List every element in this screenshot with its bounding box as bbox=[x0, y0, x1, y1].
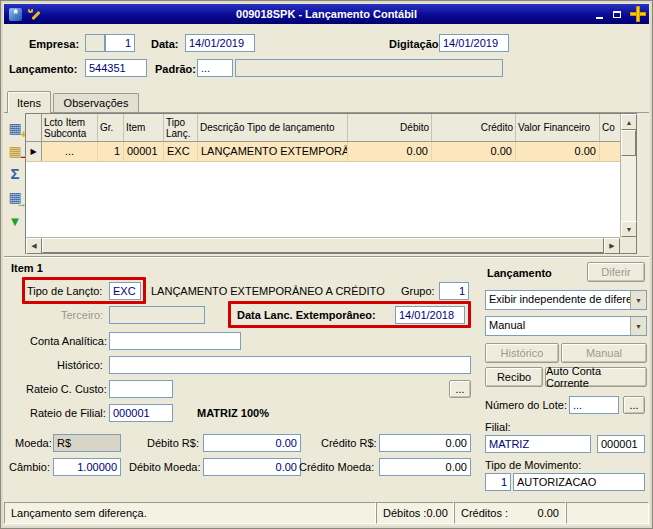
item-title: Item 1 bbox=[11, 262, 43, 274]
minimize-button[interactable] bbox=[591, 7, 607, 21]
exibir-combo[interactable]: Exibir independente de difere ▼ bbox=[485, 290, 647, 310]
toolbar-add-item-button[interactable]: ▦ + bbox=[6, 119, 24, 137]
column-header-credito: Crédito bbox=[432, 114, 516, 141]
scrollbar-corner bbox=[620, 237, 636, 253]
tipo-movimento-desc-field[interactable]: AUTORIZACAO bbox=[513, 473, 645, 491]
scroll-right-button[interactable]: ▶ bbox=[604, 238, 620, 254]
scroll-down-button[interactable]: ▼ bbox=[621, 221, 637, 237]
cell-subconta[interactable]: ... bbox=[42, 142, 98, 161]
toolbar-delete-item-button[interactable]: ▦ − bbox=[6, 142, 24, 160]
toolbar-sum-button[interactable]: Σ bbox=[6, 165, 24, 183]
rateio-filial-desc: MATRIZ 100% bbox=[197, 407, 269, 419]
chevron-down-icon: ▼ bbox=[630, 291, 646, 309]
title-bar[interactable]: 009018SPK - Lançamento Contábil bbox=[4, 4, 649, 24]
terceiro-field bbox=[109, 306, 205, 324]
down-arrow-icon: ▼ bbox=[626, 226, 633, 233]
modo-combo[interactable]: Manual ▼ bbox=[485, 316, 647, 336]
terceiro-label: Terceiro: bbox=[61, 309, 103, 321]
digitacao-label: Digitação: bbox=[389, 38, 442, 50]
green-down-arrow-icon: ▼ bbox=[9, 214, 22, 229]
app-logo-icon bbox=[9, 8, 22, 21]
debitos-value: 0.00 bbox=[426, 507, 447, 519]
tab-itens[interactable]: Itens bbox=[7, 91, 51, 113]
cell-debito: 0.00 bbox=[348, 142, 432, 161]
creditos-label: Créditos : bbox=[461, 507, 508, 519]
numero-lote-field[interactable]: ... bbox=[569, 396, 619, 414]
status-debitos: Débitos : 0.00 bbox=[376, 502, 454, 524]
recibo-button[interactable]: Recibo bbox=[485, 367, 543, 387]
tipo-movimento-label: Tipo de Movimento: bbox=[485, 459, 581, 471]
cambio-label: Câmbio: bbox=[9, 461, 50, 473]
minimize-icon bbox=[596, 17, 603, 19]
credito-rs-field[interactable]: 0.00 bbox=[379, 434, 471, 452]
maximize-icon bbox=[613, 11, 621, 18]
rateio-filial-label: Rateio de Filial: bbox=[30, 407, 106, 419]
status-filler bbox=[566, 502, 649, 524]
filial-label: Filial: bbox=[485, 421, 511, 433]
scroll-left-button[interactable]: ◀ bbox=[26, 238, 42, 254]
rateio-custo-ellipsis-button[interactable]: ... bbox=[449, 380, 471, 398]
vertical-scroll-thumb[interactable] bbox=[621, 130, 636, 156]
cell-valor-financeiro: 0.00 bbox=[516, 142, 600, 161]
table-row[interactable]: ▶ ... 1 00001 EXC LANÇAMENTO EXTEMPORÂNE… bbox=[26, 142, 620, 162]
app-window: 009018SPK - Lançamento Contábil Empresa:… bbox=[0, 0, 653, 529]
lancamento-panel-title: Lançamento bbox=[487, 267, 552, 279]
filial-field[interactable]: MATRIZ bbox=[485, 435, 591, 453]
row-marker-icon: ▶ bbox=[26, 142, 42, 161]
window-title: 009018SPK - Lançamento Contábil bbox=[4, 8, 649, 20]
historico-label: Histórico: bbox=[57, 359, 103, 371]
vertical-scrollbar[interactable]: ▲ ▼ bbox=[620, 114, 636, 237]
grupo-field[interactable]: 1 bbox=[439, 282, 469, 300]
padrao-desc-field bbox=[235, 59, 503, 77]
grid-header-indicator-cell bbox=[26, 114, 42, 141]
credito-rs-label: Crédito R$: bbox=[321, 437, 377, 449]
column-header-item: Item bbox=[124, 114, 164, 141]
debito-rs-field[interactable]: 0.00 bbox=[203, 434, 301, 452]
digitacao-field[interactable]: 14/01/2019 bbox=[439, 34, 509, 52]
tab-observacoes[interactable]: Observações bbox=[53, 93, 139, 112]
horizontal-scrollbar[interactable]: ◀ ▶ bbox=[26, 237, 620, 253]
scroll-up-button[interactable]: ▲ bbox=[621, 114, 637, 130]
cambio-field[interactable]: 1.00000 bbox=[53, 458, 121, 476]
cell-credito: 0.00 bbox=[432, 142, 516, 161]
manual-button: Manual bbox=[561, 343, 647, 363]
column-header-co: Co bbox=[600, 114, 620, 141]
cell-descricao: LANÇAMENTO EXTEMPORÂNE bbox=[198, 142, 348, 161]
toolbar-goto-last-button[interactable]: ▼ bbox=[6, 212, 24, 230]
annotation-data-extemporaneo bbox=[228, 301, 471, 328]
creditos-value: 0.00 bbox=[538, 507, 559, 519]
column-header-gr: Gr. bbox=[98, 114, 124, 141]
historico-field[interactable] bbox=[109, 356, 471, 374]
credito-moeda-field[interactable]: 0.00 bbox=[379, 458, 471, 476]
conta-analitica-field[interactable] bbox=[109, 332, 241, 350]
debito-moeda-field[interactable]: 0.00 bbox=[203, 458, 301, 476]
lancamento-field[interactable]: 544351 bbox=[85, 59, 147, 77]
maximize-button[interactable] bbox=[609, 7, 625, 21]
status-message: Lançamento sem diferença. bbox=[4, 502, 376, 524]
wrench-icon bbox=[27, 7, 42, 22]
toolbar-transfer-button[interactable]: ▦ → bbox=[6, 188, 24, 206]
rateio-filial-field[interactable]: 000001 bbox=[109, 404, 173, 422]
data-field[interactable]: 14/01/2019 bbox=[185, 34, 255, 52]
up-arrow-icon: ▲ bbox=[626, 119, 633, 126]
diferir-button: Diferir bbox=[587, 262, 645, 282]
padrao-code-field[interactable]: ... bbox=[197, 59, 233, 77]
grid-header-row: Lcto Item Subconta Gr. Item Tipo Lanç. D… bbox=[26, 114, 620, 142]
chevron-down-icon: ▼ bbox=[630, 317, 646, 335]
numero-lote-ellipsis-button[interactable]: ... bbox=[623, 396, 645, 414]
tipo-movimento-code-field[interactable]: 1 bbox=[485, 473, 511, 491]
cell-gr: 1 bbox=[98, 142, 124, 161]
empresa-field[interactable]: 1 bbox=[105, 34, 135, 52]
right-arrow-icon: ▶ bbox=[609, 242, 614, 250]
rateio-custo-field[interactable] bbox=[109, 380, 173, 398]
column-header-tipo-lanc: Tipo Lanç. bbox=[164, 114, 198, 141]
debito-moeda-label: Débito Moeda: bbox=[129, 461, 201, 473]
plus-button[interactable] bbox=[630, 6, 646, 22]
cell-co bbox=[600, 142, 620, 161]
historico-button: Histórico bbox=[485, 343, 559, 363]
auto-conta-corrente-button[interactable]: Auto Conta Corrente bbox=[545, 367, 647, 387]
left-arrow-icon: ◀ bbox=[31, 242, 36, 250]
conta-analitica-label: Conta Analítica: bbox=[30, 335, 107, 347]
horizontal-scroll-thumb[interactable] bbox=[42, 238, 604, 253]
moeda-label: Moeda: bbox=[15, 437, 52, 449]
